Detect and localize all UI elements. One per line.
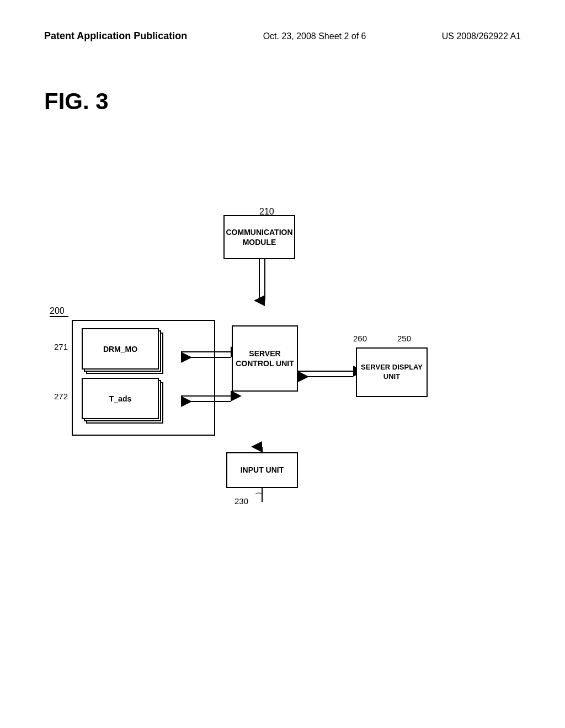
communication-module-box: COMMUNICATION MODULE xyxy=(223,215,295,259)
patent-page: Patent Application Publication Oct. 23, … xyxy=(0,0,565,728)
figure-title: FIG. 3 xyxy=(44,88,109,115)
label-272: 272 xyxy=(54,392,68,401)
server-control-unit-box: SERVERCONTROL UNIT xyxy=(232,325,298,392)
publication-label: Patent Application Publication xyxy=(44,30,187,42)
label-250: 250 xyxy=(397,334,411,343)
input-unit-box: INPUT UNIT xyxy=(226,452,298,488)
label-230: 230 xyxy=(234,496,248,506)
page-header: Patent Application Publication Oct. 23, … xyxy=(44,30,521,42)
date-sheet-label: Oct. 23, 2008 Sheet 2 of 6 xyxy=(263,31,366,41)
server-display-unit-box: SERVER DISPLAYUNIT xyxy=(356,347,428,397)
diagram-container: 200 210 COMMUNICATION MODULE DRM_MO xyxy=(44,215,521,645)
label-260: 260 xyxy=(353,334,367,343)
patent-number-label: US 2008/262922 A1 xyxy=(442,31,521,41)
label-271: 271 xyxy=(54,342,68,351)
label-200: 200 xyxy=(50,306,65,316)
